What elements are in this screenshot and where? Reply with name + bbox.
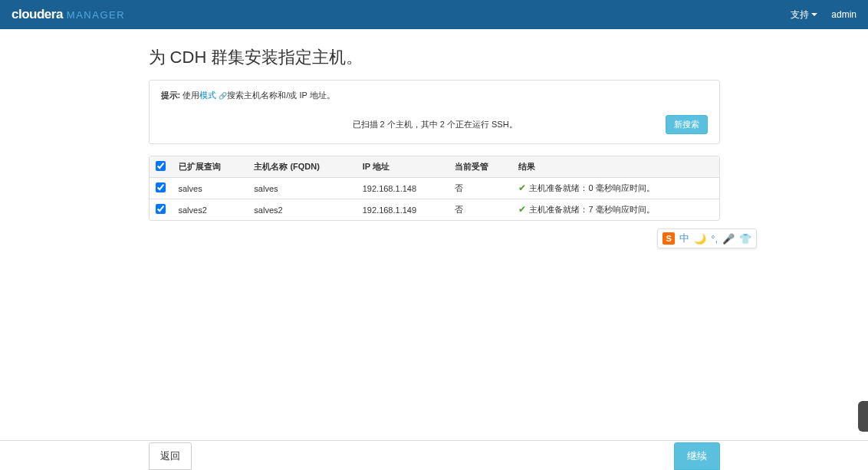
table-row: salves2 salves2 192.168.1.149 否 ✔主机准备就绪：… [150,199,719,221]
external-link-icon: 🔗 [219,92,227,100]
result-text: 主机准备就绪：0 毫秒响应时间。 [529,183,654,192]
brand-logo[interactable]: cloudera MANAGER [12,7,125,22]
cell-expanded: salves [173,178,248,199]
result-text: 主机准备就绪：7 毫秒响应时间。 [529,205,654,214]
cell-result: ✔主机准备就绪：0 毫秒响应时间。 [512,178,718,199]
row-checkbox-cell [150,178,173,199]
header-managed: 当前受管 [449,156,513,178]
scan-status-text: 已扫描 2 个主机，其中 2 个正在运行 SSH。 [353,119,518,130]
row-checkbox[interactable] [156,204,166,214]
support-dropdown[interactable]: 支持 [791,8,817,21]
hint-text1: 使用 [182,90,199,100]
header-hostname: 主机名称 (FQDN) [248,156,356,178]
scan-status-row: 已扫描 2 个主机，其中 2 个正在运行 SSH。 新搜索 [161,115,708,134]
support-label: 支持 [791,8,809,21]
hint-text: 提示: 使用模式 🔗搜索主机名称和/或 IP 地址。 [161,90,708,101]
main-content: 为 CDH 群集安装指定主机。 提示: 使用模式 🔗搜索主机名称和/或 IP 地… [149,29,720,221]
cell-hostname: salves2 [248,199,356,221]
header-checkbox-cell [150,156,173,178]
hint-text2: 搜索主机名称和/或 IP 地址。 [227,90,334,100]
cell-hostname: salves [248,178,356,199]
table-header-row: 已扩展查询 主机名称 (FQDN) IP 地址 当前受管 结果 [150,156,719,178]
cell-ip: 192.168.1.149 [357,199,449,221]
hosts-table: 已扩展查询 主机名称 (FQDN) IP 地址 当前受管 结果 salves s… [150,156,719,220]
cell-expanded: salves2 [173,199,248,221]
admin-link[interactable]: admin [831,9,856,20]
nav-right: 支持 admin [791,8,856,21]
cell-ip: 192.168.1.148 [357,178,449,199]
check-icon: ✔ [518,204,526,215]
hosts-table-panel: 已扩展查询 主机名称 (FQDN) IP 地址 当前受管 结果 salves s… [149,156,720,221]
cell-managed: 否 [449,199,513,221]
check-icon: ✔ [518,182,526,193]
cell-result: ✔主机准备就绪：7 毫秒响应时间。 [512,199,718,221]
select-all-checkbox[interactable] [156,161,166,171]
row-checkbox-cell [150,199,173,221]
brand-text-main: cloudera [12,7,63,22]
row-checkbox[interactable] [156,182,166,192]
admin-label: admin [831,9,856,20]
hint-prefix: 提示: [161,90,183,100]
pattern-link[interactable]: 模式 [199,90,216,100]
page-title: 为 CDH 群集安装指定主机。 [149,46,720,69]
cell-managed: 否 [449,178,513,199]
header-result: 结果 [512,156,718,178]
header-expanded: 已扩展查询 [173,156,248,178]
brand-text-sub: MANAGER [67,9,125,21]
header-ip: IP 地址 [357,156,449,178]
new-search-button[interactable]: 新搜索 [666,115,708,134]
top-navbar: cloudera MANAGER 支持 admin [0,0,868,29]
caret-down-icon [811,13,817,16]
table-row: salves salves 192.168.1.148 否 ✔主机准备就绪：0 … [150,178,719,199]
search-panel: 提示: 使用模式 🔗搜索主机名称和/或 IP 地址。 已扫描 2 个主机，其中 … [149,80,720,144]
